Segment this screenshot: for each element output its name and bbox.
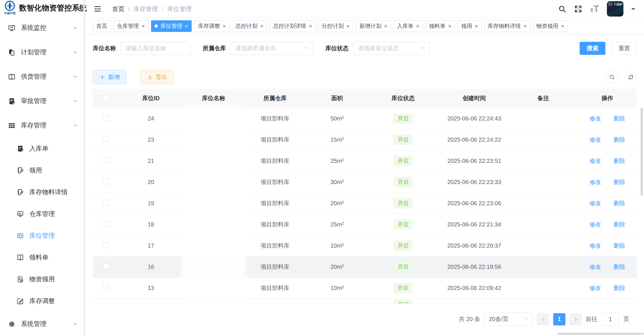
sidebar-item-supply-management[interactable]: 供货管理	[0, 64, 85, 89]
page-number-current[interactable]: 1	[553, 313, 565, 325]
reset-button[interactable]: 重置	[612, 42, 637, 55]
edit-link[interactable]: 修改	[589, 115, 601, 122]
tab-close-icon[interactable]: ×	[416, 23, 420, 29]
tab-close-icon[interactable]: ×	[222, 23, 226, 29]
tab[interactable]: 领用 ×	[458, 20, 482, 32]
next-page-button[interactable]	[569, 313, 582, 325]
row-checkbox[interactable]	[103, 115, 109, 121]
cell-warehouse: 项目部料库	[245, 256, 305, 278]
delete-link[interactable]: 删除	[614, 264, 625, 270]
table-row-partial: 开启	[93, 299, 637, 304]
sidebar-item-label: 库位管理	[29, 231, 78, 240]
fullscreen-icon[interactable]	[574, 5, 582, 13]
row-checkbox[interactable]	[103, 200, 109, 206]
cell-location-name	[182, 193, 245, 214]
status-select[interactable]: 请选择库位状态	[353, 42, 430, 55]
edit-link[interactable]: 修改	[589, 200, 601, 206]
tab[interactable]: 库存物料详情 ×	[484, 20, 530, 32]
tab-close-icon[interactable]: ×	[260, 23, 264, 29]
sidebar-scrollbar[interactable]	[83, 0, 85, 335]
sidebar-item-location-management[interactable]: 库位管理	[0, 225, 85, 246]
edit-link[interactable]: 修改	[589, 242, 601, 249]
tab[interactable]: 领料单 ×	[426, 20, 455, 32]
add-button[interactable]: 新增	[93, 70, 126, 84]
location-name-input[interactable]	[121, 42, 191, 55]
delete-link[interactable]: 删除	[614, 221, 625, 228]
sidebar-item-system-monitor[interactable]: 系统监控	[0, 16, 85, 40]
sidebar-item-warehouse-management[interactable]: 仓库管理	[0, 203, 85, 225]
tab-close-icon[interactable]: ×	[142, 23, 145, 29]
sidebar-fold-icon[interactable]	[93, 5, 102, 13]
breadcrumb-home[interactable]: 首页	[112, 5, 124, 13]
sidebar-item-inbound-order[interactable]: 入库单	[0, 138, 85, 159]
chevron-down-icon	[72, 321, 78, 327]
tab[interactable]: 分控计划 ×	[318, 20, 353, 32]
delete-link[interactable]: 删除	[614, 200, 625, 206]
avatar[interactable]: 21 52	[607, 1, 623, 17]
page-size-select[interactable]: 20条/页	[484, 313, 533, 326]
sidebar-item-system-management[interactable]: 系统管理	[0, 312, 85, 335]
sidebar-item-material-requisition[interactable]: 物资领用	[0, 268, 85, 290]
tab[interactable]: 总控计划详情 ×	[270, 20, 316, 32]
row-checkbox[interactable]	[103, 136, 109, 142]
tab-close-icon[interactable]: ×	[561, 23, 565, 29]
sidebar-item-inventory-management[interactable]: 库存管理	[0, 113, 85, 138]
tab-close-icon[interactable]: ×	[309, 23, 312, 29]
delete-link[interactable]: 删除	[614, 136, 625, 143]
edit-link[interactable]: 修改	[589, 179, 601, 185]
tab-close-icon[interactable]: ×	[384, 23, 387, 29]
vertical-scrollbar-thumb[interactable]	[641, 108, 643, 196]
prev-page-button[interactable]	[537, 313, 549, 325]
delete-link[interactable]: 删除	[614, 285, 625, 291]
sidebar-item-picking-list[interactable]: 领料单	[0, 246, 85, 268]
tab-close-icon[interactable]: ×	[185, 23, 188, 29]
tab[interactable]: 库存调整 ×	[194, 20, 229, 32]
delete-link[interactable]: 删除	[614, 179, 625, 185]
tab-close-icon[interactable]: ×	[475, 23, 478, 29]
table-search-toggle-button[interactable]	[606, 71, 618, 83]
edit-link[interactable]: 修改	[589, 158, 601, 164]
search-icon[interactable]	[558, 5, 566, 13]
tab[interactable]: 新增计划 ×	[356, 20, 391, 32]
delete-link[interactable]: 删除	[614, 115, 625, 122]
cell-actions	[575, 299, 637, 304]
delete-link[interactable]: 删除	[614, 158, 625, 164]
row-checkbox[interactable]	[103, 242, 109, 248]
edit-link[interactable]: 修改	[589, 136, 601, 143]
edit-link[interactable]: 修改	[589, 264, 601, 270]
delete-link[interactable]: 删除	[614, 242, 625, 249]
font-size-icon[interactable]: TT	[590, 4, 599, 13]
horizontal-scrollbar-thumb[interactable]	[557, 333, 644, 335]
row-checkbox[interactable]	[103, 221, 109, 227]
select-all-checkbox[interactable]	[103, 95, 109, 100]
edit-link[interactable]: 修改	[589, 221, 601, 228]
edit-link[interactable]: 修改	[589, 285, 601, 291]
tab-close-icon[interactable]: ×	[346, 23, 350, 29]
refresh-button[interactable]	[625, 71, 637, 83]
tab[interactable]: 总控计划 ×	[232, 20, 267, 32]
tab-close-icon[interactable]: ×	[523, 23, 527, 29]
goto-page-input[interactable]	[601, 313, 619, 326]
tab[interactable]: 库位管理 ×	[151, 20, 192, 32]
sidebar-item-approval-management[interactable]: 审批管理	[0, 89, 85, 113]
sidebar-item-inventory-adjustment[interactable]: 库存调整	[0, 290, 85, 312]
gear-icon	[8, 320, 16, 328]
user-menu-caret-icon[interactable]	[631, 8, 635, 12]
export-button[interactable]: 导出	[140, 70, 174, 84]
sidebar-item-requisition[interactable]: 领用	[0, 159, 85, 181]
row-checkbox[interactable]	[103, 284, 109, 290]
sidebar-item-plan-management[interactable]: 计划管理	[0, 40, 85, 64]
tab-close-icon[interactable]: ×	[448, 23, 452, 29]
sidebar-item-inventory-material-detail[interactable]: 库存物料详情	[0, 181, 85, 203]
breadcrumb-inventory[interactable]: 库存管理	[134, 5, 158, 13]
cell-remark	[511, 129, 575, 150]
tab[interactable]: 仓库管理 ×	[113, 20, 148, 32]
row-checkbox[interactable]	[103, 179, 109, 184]
row-checkbox[interactable]	[103, 157, 109, 163]
warehouse-select[interactable]: 请选择所属仓库	[231, 42, 313, 55]
tab[interactable]: 物资领用 ×	[533, 20, 568, 32]
row-checkbox[interactable]	[103, 263, 109, 269]
tab[interactable]: 首页	[93, 20, 111, 32]
tab[interactable]: 入库单 ×	[393, 20, 423, 32]
search-button[interactable]: 搜索	[580, 42, 605, 55]
